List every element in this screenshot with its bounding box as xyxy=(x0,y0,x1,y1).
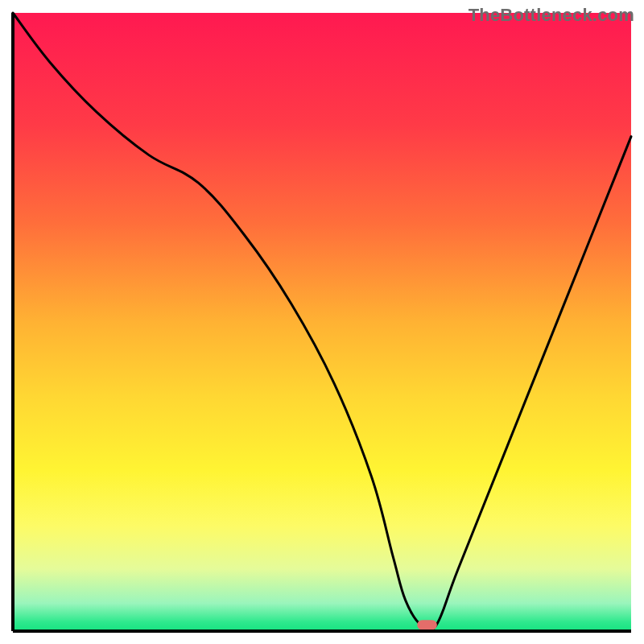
watermark-label: TheBottleneck.com xyxy=(469,5,634,26)
bottleneck-chart: TheBottleneck.com xyxy=(0,0,644,644)
chart-canvas xyxy=(0,0,644,644)
optimal-marker xyxy=(417,620,437,630)
chart-background xyxy=(13,13,631,631)
